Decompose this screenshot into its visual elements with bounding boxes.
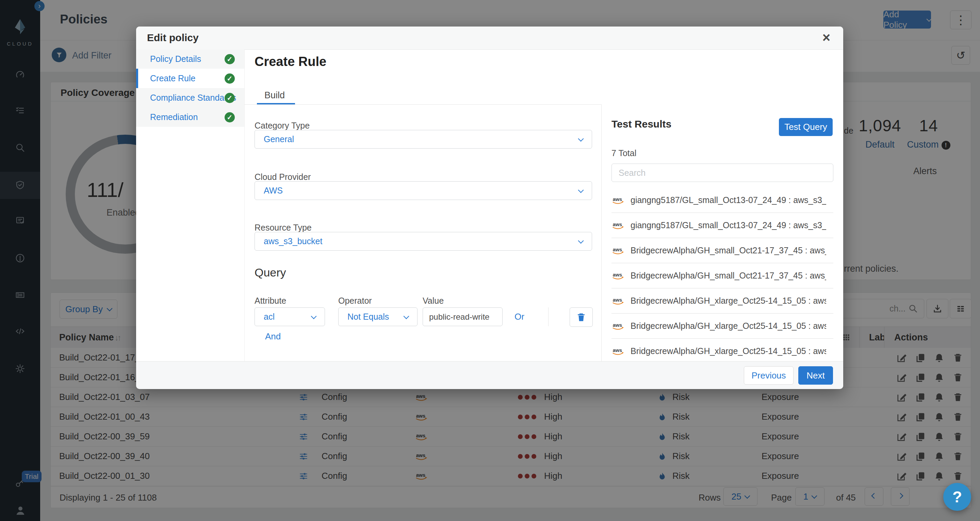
step-item[interactable]: Compliance Standards ✓ [136,88,244,108]
value-input[interactable] [423,307,503,326]
aws-icon: aws [611,271,625,281]
delete-condition-button[interactable] [570,307,593,327]
check-icon: ✓ [224,112,235,122]
chevron-down-icon [578,238,584,243]
test-result-item[interactable]: aws BridgecrewAlpha/GH_xlarge_Oct25-14_1… [611,339,833,364]
trash-icon [576,312,586,322]
value-label: Value [423,296,444,306]
screen: Policies Add Policy ⋮ Add Filter ↺ Polic… [0,0,980,521]
chevron-down-icon [578,187,584,193]
result-text: BridgecrewAlpha/GH_xlarge_Oct25-14_15_05… [630,296,826,306]
svg-text:aws: aws [613,196,622,202]
cloud-provider-label: Cloud Provider [255,172,311,182]
test-results-search-input[interactable] [611,164,833,182]
edit-policy-modal: Edit policy × Policy Details ✓ Create Ru… [136,27,843,389]
modal-footer: Previous Next [136,361,843,389]
svg-text:aws: aws [613,347,622,353]
help-button[interactable]: ? [943,483,971,511]
test-results-total: 7 Total [611,148,636,158]
step-label: Create Rule [150,73,195,83]
operator-select[interactable]: Not Equals [338,307,417,326]
next-button[interactable]: Next [798,366,833,384]
step-label: Compliance Standards [150,93,236,103]
test-result-item[interactable]: aws BridgecrewAlpha/GH_xlarge_Oct25-14_1… [611,288,833,314]
svg-text:aws: aws [613,272,622,277]
close-icon[interactable]: × [822,30,830,45]
category-type-label: Category Type [255,121,310,130]
or-link[interactable]: Or [514,311,524,322]
svg-text:aws: aws [613,246,622,252]
previous-button[interactable]: Previous [744,366,794,384]
result-text: giangng5187/GL_small_Oct13-07_24_49 : aw… [630,195,826,205]
aws-icon: aws [611,346,625,356]
result-text: BridgecrewAlpha/GH_small_Oct21-17_37_45 … [630,246,826,256]
check-icon: ✓ [224,73,235,84]
svg-text:aws: aws [613,322,622,327]
test-results-list: aws giangng5187/GL_small_Oct13-07_24_49 … [611,188,833,364]
tab-build[interactable]: Build [264,90,285,101]
chevron-down-icon [404,313,409,319]
result-text: giangng5187/GL_small_Oct13-07_24_49 : aw… [630,220,826,230]
test-query-button[interactable]: Test Query [779,118,833,136]
aws-icon: aws [611,321,625,331]
attribute-select[interactable]: acl [255,307,325,326]
step-label: Policy Details [150,54,201,64]
category-type-select[interactable]: General [255,130,592,149]
result-text: BridgecrewAlpha/GH_xlarge_Oct25-14_15_05… [630,321,826,331]
aws-icon: aws [611,221,625,230]
check-icon: ✓ [224,93,235,103]
query-heading: Query [255,266,286,279]
resource-type-select[interactable]: aws_s3_bucket [255,232,592,251]
step-label: Remediation [150,112,198,122]
cloud-provider-select[interactable]: AWS [255,181,592,200]
test-result-item[interactable]: aws BridgecrewAlpha/GH_small_Oct21-17_37… [611,238,833,263]
operator-label: Operator [338,296,372,306]
svg-text:aws: aws [613,297,622,302]
and-link[interactable]: And [265,331,281,342]
test-result-item[interactable]: aws BridgecrewAlpha/GH_xlarge_Oct25-14_1… [611,314,833,339]
svg-text:aws: aws [613,221,622,227]
divider [548,307,549,326]
section-heading: Create Rule [255,54,326,69]
step-item[interactable]: Create Rule ✓ [136,69,244,88]
divider [601,105,601,361]
test-result-item[interactable]: aws giangng5187/GL_small_Oct13-07_24_49 … [611,213,833,238]
chevron-down-icon [578,136,584,141]
resource-type-label: Resource Type [255,223,312,233]
step-list: Policy Details ✓ Create Rule ✓ Complianc… [136,49,245,361]
aws-icon: aws [611,246,625,256]
aws-icon: aws [611,296,625,306]
result-text: BridgecrewAlpha/GH_xlarge_Oct25-14_15_05… [630,346,826,356]
check-icon: ✓ [224,54,235,64]
test-result-item[interactable]: aws giangng5187/GL_small_Oct13-07_24_49 … [611,188,833,213]
step-item[interactable]: Remediation ✓ [136,108,244,127]
result-text: BridgecrewAlpha/GH_small_Oct21-17_37_45 … [630,271,826,281]
test-result-item[interactable]: aws BridgecrewAlpha/GH_small_Oct21-17_37… [611,263,833,288]
modal-title: Edit policy [147,32,199,43]
test-results-heading: Test Results [611,118,671,130]
attribute-label: Attribute [255,296,286,306]
modal-header: Edit policy × [136,27,843,50]
aws-icon: aws [611,195,625,205]
step-item[interactable]: Policy Details ✓ [136,49,244,69]
chevron-down-icon [311,313,317,319]
